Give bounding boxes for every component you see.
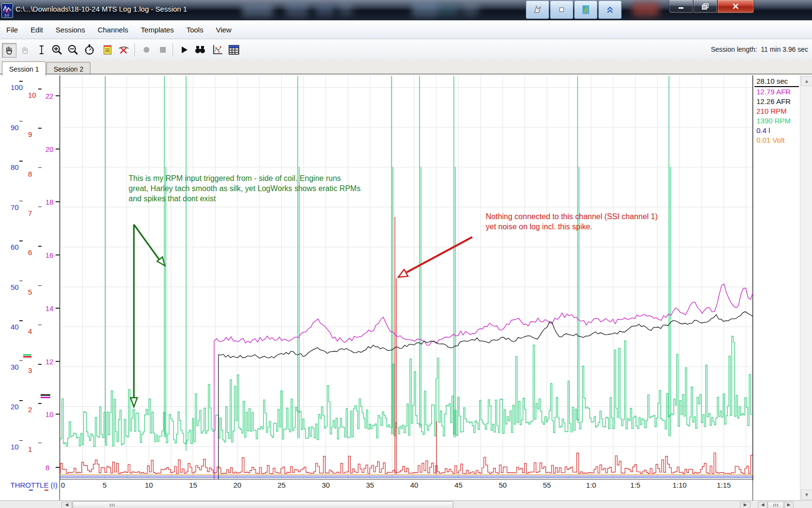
menu-edit[interactable]: Edit <box>24 26 49 34</box>
throttle-channel-label: THROTTLE (I) <box>0 481 58 489</box>
stopwatch-button[interactable] <box>83 43 96 57</box>
red-axis-tick <box>38 128 42 129</box>
magenta-axis-label: 16 <box>45 251 54 259</box>
menu-channels[interactable]: Channels <box>91 26 134 34</box>
blue-axis-tick <box>19 240 23 241</box>
close-button[interactable] <box>717 0 754 13</box>
blue-axis-label: 80 <box>11 163 19 171</box>
red-axis-label: 8 <box>28 169 32 178</box>
small-square-icon[interactable] <box>550 0 573 19</box>
overlay-plot-button[interactable] <box>211 43 224 57</box>
chevron-up-icon[interactable] <box>598 0 622 19</box>
cursor-legend: 28.10 sec 12.79 AFR12.26 AFR210 RPM1390 … <box>754 76 799 145</box>
svg-text:3.0: 3.0 <box>4 14 9 17</box>
x-axis-label: 0 <box>61 481 65 489</box>
legend-value: 12.26 AFR <box>754 97 799 106</box>
aero-reflection <box>242 4 274 16</box>
blue-axis-label: 40 <box>11 323 19 331</box>
blue-axis-label: 70 <box>11 203 19 211</box>
find-button[interactable] <box>193 43 207 57</box>
scroll-right-button[interactable]: ▶ <box>740 502 751 508</box>
blue-axis-tick <box>19 400 23 401</box>
notes-button[interactable] <box>101 43 115 57</box>
blue-axis-tick <box>19 161 23 162</box>
red-axis-tick <box>38 325 42 326</box>
menu-templates[interactable]: Templates <box>134 26 180 34</box>
x-axis-label: 45 <box>454 481 463 489</box>
thumb-grip <box>773 504 778 507</box>
menu-view[interactable]: View <box>210 26 238 34</box>
magenta-axis-tick <box>56 414 59 415</box>
x-axis-label: 25 <box>277 481 286 489</box>
grab-hand-button[interactable] <box>18 43 32 57</box>
magenta-axis-label: 8 <box>45 463 49 471</box>
aero-reflection <box>338 3 353 15</box>
logworks-app-icon: 3.0 <box>1 3 13 18</box>
annotation-line: Nothing connected to this channel (SSI c… <box>486 211 658 222</box>
red-axis-label: 6 <box>28 248 32 256</box>
blue-axis-tick <box>19 440 23 441</box>
data-table-button[interactable] <box>227 43 241 57</box>
stop-button[interactable] <box>156 43 170 57</box>
pan-hand-button[interactable] <box>2 43 16 58</box>
menu-sessions[interactable]: Sessions <box>49 26 91 34</box>
zoom-out-button[interactable] <box>66 43 80 57</box>
banner-icon[interactable] <box>526 0 549 19</box>
annotation-line: great, Harley tach smooth as silk, yet L… <box>129 183 361 194</box>
menu-file[interactable]: File <box>0 26 24 34</box>
zoom-in-button[interactable] <box>50 43 64 57</box>
clear-markers-button[interactable] <box>117 43 130 57</box>
scroll-down-button[interactable]: ▼ <box>801 490 812 500</box>
hscroll-thumb[interactable] <box>72 501 453 508</box>
annotation-line: yet noise on log incl. this spike. <box>486 222 658 232</box>
scroll-up-button[interactable]: ▲ <box>801 76 812 86</box>
thumb-grip <box>110 504 115 507</box>
chart-top-divider <box>0 74 812 75</box>
horizontal-scrollbar[interactable]: ◀ ▶ ◀ ▶ <box>0 500 812 508</box>
blue-axis-tick <box>19 121 23 122</box>
legend-cursor-time: 28.10 sec <box>754 76 799 87</box>
magenta-axis-tick <box>56 254 59 255</box>
green-annotation-text: This is my RPM input triggered from - si… <box>129 173 361 204</box>
play-button[interactable] <box>177 43 191 57</box>
magenta-axis-label: 14 <box>45 304 54 312</box>
scroll-left-button[interactable]: ◀ <box>61 502 72 508</box>
annotation-line: and spikes that dont exist <box>129 194 361 204</box>
aero-reflection <box>437 4 460 15</box>
magenta-axis-label: 20 <box>45 145 54 153</box>
channel-value-marker <box>23 356 31 358</box>
legend-hscroll-thumb[interactable] <box>768 502 784 508</box>
blue-axis-label: 30 <box>11 362 19 371</box>
x-axis-label: 50 <box>499 481 507 489</box>
red-axis-label: 9 <box>28 130 32 138</box>
minimize-button[interactable] <box>669 0 693 13</box>
red-axis-tick <box>38 167 42 168</box>
magenta-axis-label: 10 <box>45 410 54 418</box>
red-axis-tick <box>38 89 42 90</box>
ibeam-cursor-button[interactable] <box>35 43 48 57</box>
legend-scroll-left-button[interactable]: ◀ <box>758 502 768 508</box>
record-button[interactable] <box>140 43 153 57</box>
magenta-axis-label: 18 <box>45 198 54 206</box>
picture-icon[interactable] <box>574 0 597 19</box>
magenta-axis-tick <box>56 95 59 96</box>
red-axis-label: 3 <box>28 366 32 374</box>
x-axis-label: 5 <box>102 481 106 489</box>
legend-scroll-right-button[interactable]: ▶ <box>784 502 794 508</box>
restore-button[interactable] <box>693 0 717 13</box>
blue-axis-tick <box>19 320 23 321</box>
blue-axis-label: 100 <box>11 83 23 91</box>
red-axis-label: 4 <box>28 327 32 335</box>
magenta-axis-tick <box>56 308 59 309</box>
log-plot[interactable] <box>59 75 754 480</box>
x-axis-label: 1:15 <box>717 481 731 489</box>
menu-tools[interactable]: Tools <box>180 26 210 34</box>
magenta-axis-label: 22 <box>45 92 54 100</box>
blue-axis-label: 60 <box>11 243 19 251</box>
magenta-axis-tick <box>56 201 59 202</box>
y-axis-line-extension <box>59 480 60 500</box>
blue-axis-label: 50 <box>11 283 19 291</box>
tab-session-1[interactable]: Session 1 <box>2 61 46 76</box>
red-axis-tick <box>38 443 42 444</box>
vertical-scrollbar[interactable]: ▲ ▼ <box>800 75 812 500</box>
